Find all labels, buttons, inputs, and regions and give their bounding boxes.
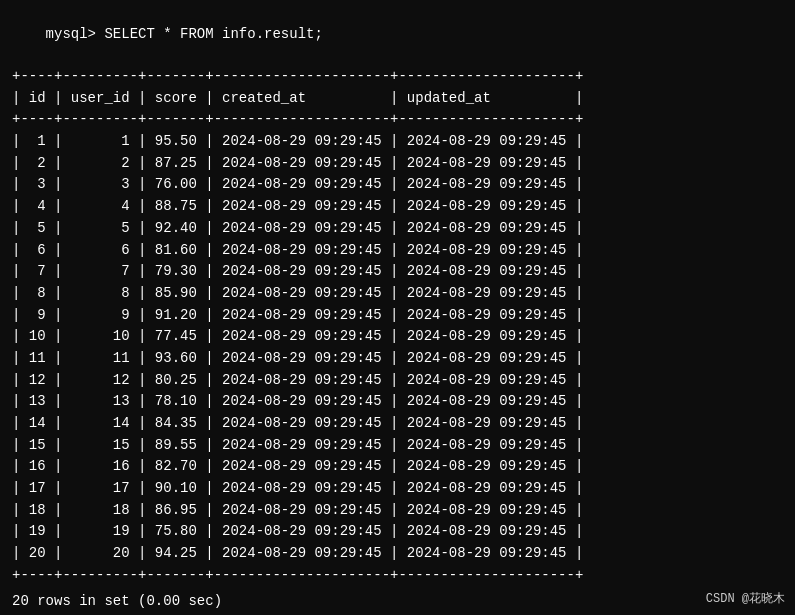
command-line: mysql> SELECT * FROM info.result; — [12, 10, 783, 58]
separator-top: +----+---------+-------+----------------… — [12, 66, 783, 88]
table-row: | 11 | 11 | 93.60 | 2024-08-29 09:29:45 … — [12, 348, 783, 370]
table-row: | 12 | 12 | 80.25 | 2024-08-29 09:29:45 … — [12, 370, 783, 392]
table-row: | 17 | 17 | 90.10 | 2024-08-29 09:29:45 … — [12, 478, 783, 500]
terminal-window: mysql> SELECT * FROM info.result; +----+… — [12, 10, 783, 609]
table-row: | 1 | 1 | 95.50 | 2024-08-29 09:29:45 | … — [12, 131, 783, 153]
mysql-prompt: mysql> — [46, 26, 105, 42]
table-row: | 14 | 14 | 84.35 | 2024-08-29 09:29:45 … — [12, 413, 783, 435]
header-row: | id | user_id | score | created_at | up… — [12, 88, 783, 110]
separator-bottom: +----+---------+-------+----------------… — [12, 565, 783, 587]
table-row: | 9 | 9 | 91.20 | 2024-08-29 09:29:45 | … — [12, 305, 783, 327]
table-row: | 8 | 8 | 85.90 | 2024-08-29 09:29:45 | … — [12, 283, 783, 305]
table-row: | 6 | 6 | 81.60 | 2024-08-29 09:29:45 | … — [12, 240, 783, 262]
table-row: | 10 | 10 | 77.45 | 2024-08-29 09:29:45 … — [12, 326, 783, 348]
watermark: CSDN @花晓木 — [706, 590, 785, 607]
table-row: | 13 | 13 | 78.10 | 2024-08-29 09:29:45 … — [12, 391, 783, 413]
table-row: | 4 | 4 | 88.75 | 2024-08-29 09:29:45 | … — [12, 196, 783, 218]
table-row: | 7 | 7 | 79.30 | 2024-08-29 09:29:45 | … — [12, 261, 783, 283]
table-row: | 5 | 5 | 92.40 | 2024-08-29 09:29:45 | … — [12, 218, 783, 240]
table-row: | 16 | 16 | 82.70 | 2024-08-29 09:29:45 … — [12, 456, 783, 478]
table-row: | 2 | 2 | 87.25 | 2024-08-29 09:29:45 | … — [12, 153, 783, 175]
sql-command: SELECT * FROM info.result; — [104, 26, 322, 42]
table-row: | 18 | 18 | 86.95 | 2024-08-29 09:29:45 … — [12, 500, 783, 522]
query-footer: 20 rows in set (0.00 sec) — [12, 593, 783, 609]
separator-header: +----+---------+-------+----------------… — [12, 109, 783, 131]
query-result-table: +----+---------+-------+----------------… — [12, 66, 783, 587]
table-row: | 19 | 19 | 75.80 | 2024-08-29 09:29:45 … — [12, 521, 783, 543]
table-row: | 3 | 3 | 76.00 | 2024-08-29 09:29:45 | … — [12, 174, 783, 196]
table-row: | 20 | 20 | 94.25 | 2024-08-29 09:29:45 … — [12, 543, 783, 565]
table-row: | 15 | 15 | 89.55 | 2024-08-29 09:29:45 … — [12, 435, 783, 457]
